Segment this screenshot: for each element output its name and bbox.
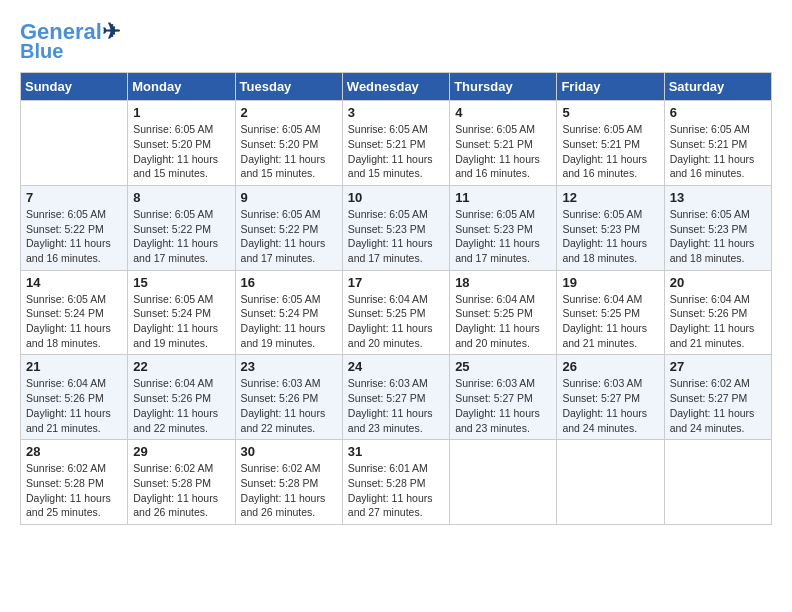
day-number: 29 <box>133 444 229 459</box>
sunset-text: Sunset: 5:22 PM <box>133 223 211 235</box>
weekday-header-monday: Monday <box>128 73 235 101</box>
calendar-cell <box>21 101 128 186</box>
weekday-header-wednesday: Wednesday <box>342 73 449 101</box>
day-number: 1 <box>133 105 229 120</box>
calendar-week-row: 1 Sunrise: 6:05 AM Sunset: 5:20 PM Dayli… <box>21 101 772 186</box>
daylight-text: Daylight: 11 hours and 19 minutes. <box>133 322 218 349</box>
sunset-text: Sunset: 5:24 PM <box>133 307 211 319</box>
day-number: 15 <box>133 275 229 290</box>
sunset-text: Sunset: 5:28 PM <box>348 477 426 489</box>
calendar-cell: 30 Sunrise: 6:02 AM Sunset: 5:28 PM Dayl… <box>235 440 342 525</box>
calendar-cell: 26 Sunrise: 6:03 AM Sunset: 5:27 PM Dayl… <box>557 355 664 440</box>
calendar-cell: 7 Sunrise: 6:05 AM Sunset: 5:22 PM Dayli… <box>21 185 128 270</box>
day-number: 11 <box>455 190 551 205</box>
daylight-text: Daylight: 11 hours and 15 minutes. <box>133 153 218 180</box>
sunrise-text: Sunrise: 6:05 AM <box>133 293 213 305</box>
sunrise-text: Sunrise: 6:01 AM <box>348 462 428 474</box>
sunrise-text: Sunrise: 6:05 AM <box>241 123 321 135</box>
calendar-cell: 17 Sunrise: 6:04 AM Sunset: 5:25 PM Dayl… <box>342 270 449 355</box>
daylight-text: Daylight: 11 hours and 26 minutes. <box>133 492 218 519</box>
daylight-text: Daylight: 11 hours and 24 minutes. <box>670 407 755 434</box>
calendar-cell: 24 Sunrise: 6:03 AM Sunset: 5:27 PM Dayl… <box>342 355 449 440</box>
sunset-text: Sunset: 5:26 PM <box>133 392 211 404</box>
calendar-cell: 11 Sunrise: 6:05 AM Sunset: 5:23 PM Dayl… <box>450 185 557 270</box>
weekday-header-saturday: Saturday <box>664 73 771 101</box>
daylight-text: Daylight: 11 hours and 21 minutes. <box>26 407 111 434</box>
daylight-text: Daylight: 11 hours and 15 minutes. <box>348 153 433 180</box>
sunrise-text: Sunrise: 6:04 AM <box>455 293 535 305</box>
sunset-text: Sunset: 5:28 PM <box>133 477 211 489</box>
sunrise-text: Sunrise: 6:05 AM <box>133 208 213 220</box>
daylight-text: Daylight: 11 hours and 17 minutes. <box>348 237 433 264</box>
day-number: 21 <box>26 359 122 374</box>
day-info: Sunrise: 6:03 AM Sunset: 5:27 PM Dayligh… <box>562 376 658 435</box>
calendar-cell: 14 Sunrise: 6:05 AM Sunset: 5:24 PM Dayl… <box>21 270 128 355</box>
sunset-text: Sunset: 5:24 PM <box>241 307 319 319</box>
sunset-text: Sunset: 5:25 PM <box>455 307 533 319</box>
day-info: Sunrise: 6:05 AM Sunset: 5:24 PM Dayligh… <box>133 292 229 351</box>
calendar-cell: 10 Sunrise: 6:05 AM Sunset: 5:23 PM Dayl… <box>342 185 449 270</box>
sunrise-text: Sunrise: 6:03 AM <box>348 377 428 389</box>
calendar-cell: 9 Sunrise: 6:05 AM Sunset: 5:22 PM Dayli… <box>235 185 342 270</box>
calendar-cell: 23 Sunrise: 6:03 AM Sunset: 5:26 PM Dayl… <box>235 355 342 440</box>
daylight-text: Daylight: 11 hours and 17 minutes. <box>241 237 326 264</box>
day-info: Sunrise: 6:04 AM Sunset: 5:25 PM Dayligh… <box>348 292 444 351</box>
day-info: Sunrise: 6:04 AM Sunset: 5:26 PM Dayligh… <box>26 376 122 435</box>
day-info: Sunrise: 6:05 AM Sunset: 5:24 PM Dayligh… <box>241 292 337 351</box>
sunset-text: Sunset: 5:25 PM <box>348 307 426 319</box>
sunrise-text: Sunrise: 6:04 AM <box>348 293 428 305</box>
calendar-cell: 5 Sunrise: 6:05 AM Sunset: 5:21 PM Dayli… <box>557 101 664 186</box>
daylight-text: Daylight: 11 hours and 20 minutes. <box>455 322 540 349</box>
day-info: Sunrise: 6:05 AM Sunset: 5:23 PM Dayligh… <box>670 207 766 266</box>
day-info: Sunrise: 6:05 AM Sunset: 5:21 PM Dayligh… <box>670 122 766 181</box>
day-number: 5 <box>562 105 658 120</box>
calendar-cell: 19 Sunrise: 6:04 AM Sunset: 5:25 PM Dayl… <box>557 270 664 355</box>
daylight-text: Daylight: 11 hours and 23 minutes. <box>348 407 433 434</box>
calendar-cell: 2 Sunrise: 6:05 AM Sunset: 5:20 PM Dayli… <box>235 101 342 186</box>
calendar-cell <box>664 440 771 525</box>
day-info: Sunrise: 6:02 AM Sunset: 5:28 PM Dayligh… <box>26 461 122 520</box>
day-number: 22 <box>133 359 229 374</box>
day-number: 8 <box>133 190 229 205</box>
calendar-cell: 28 Sunrise: 6:02 AM Sunset: 5:28 PM Dayl… <box>21 440 128 525</box>
day-number: 24 <box>348 359 444 374</box>
sunrise-text: Sunrise: 6:05 AM <box>26 293 106 305</box>
sunrise-text: Sunrise: 6:02 AM <box>26 462 106 474</box>
calendar-cell: 16 Sunrise: 6:05 AM Sunset: 5:24 PM Dayl… <box>235 270 342 355</box>
sunrise-text: Sunrise: 6:05 AM <box>670 123 750 135</box>
sunrise-text: Sunrise: 6:05 AM <box>562 208 642 220</box>
logo-blue: Blue <box>20 40 63 62</box>
day-number: 27 <box>670 359 766 374</box>
day-number: 2 <box>241 105 337 120</box>
daylight-text: Daylight: 11 hours and 20 minutes. <box>348 322 433 349</box>
calendar-week-row: 7 Sunrise: 6:05 AM Sunset: 5:22 PM Dayli… <box>21 185 772 270</box>
day-number: 23 <box>241 359 337 374</box>
day-info: Sunrise: 6:02 AM Sunset: 5:28 PM Dayligh… <box>133 461 229 520</box>
day-info: Sunrise: 6:04 AM Sunset: 5:26 PM Dayligh… <box>133 376 229 435</box>
day-number: 7 <box>26 190 122 205</box>
day-info: Sunrise: 6:05 AM Sunset: 5:22 PM Dayligh… <box>26 207 122 266</box>
calendar-week-row: 28 Sunrise: 6:02 AM Sunset: 5:28 PM Dayl… <box>21 440 772 525</box>
sunset-text: Sunset: 5:21 PM <box>670 138 748 150</box>
sunrise-text: Sunrise: 6:03 AM <box>455 377 535 389</box>
daylight-text: Daylight: 11 hours and 26 minutes. <box>241 492 326 519</box>
day-info: Sunrise: 6:05 AM Sunset: 5:24 PM Dayligh… <box>26 292 122 351</box>
calendar-cell <box>557 440 664 525</box>
daylight-text: Daylight: 11 hours and 21 minutes. <box>670 322 755 349</box>
day-info: Sunrise: 6:05 AM Sunset: 5:23 PM Dayligh… <box>348 207 444 266</box>
day-info: Sunrise: 6:01 AM Sunset: 5:28 PM Dayligh… <box>348 461 444 520</box>
calendar-cell: 29 Sunrise: 6:02 AM Sunset: 5:28 PM Dayl… <box>128 440 235 525</box>
daylight-text: Daylight: 11 hours and 21 minutes. <box>562 322 647 349</box>
sunset-text: Sunset: 5:21 PM <box>455 138 533 150</box>
calendar-cell: 12 Sunrise: 6:05 AM Sunset: 5:23 PM Dayl… <box>557 185 664 270</box>
day-info: Sunrise: 6:05 AM Sunset: 5:21 PM Dayligh… <box>455 122 551 181</box>
day-info: Sunrise: 6:05 AM Sunset: 5:22 PM Dayligh… <box>133 207 229 266</box>
day-number: 30 <box>241 444 337 459</box>
day-number: 25 <box>455 359 551 374</box>
sunrise-text: Sunrise: 6:05 AM <box>562 123 642 135</box>
weekday-header-tuesday: Tuesday <box>235 73 342 101</box>
sunset-text: Sunset: 5:22 PM <box>26 223 104 235</box>
daylight-text: Daylight: 11 hours and 18 minutes. <box>562 237 647 264</box>
day-info: Sunrise: 6:04 AM Sunset: 5:26 PM Dayligh… <box>670 292 766 351</box>
sunrise-text: Sunrise: 6:02 AM <box>241 462 321 474</box>
